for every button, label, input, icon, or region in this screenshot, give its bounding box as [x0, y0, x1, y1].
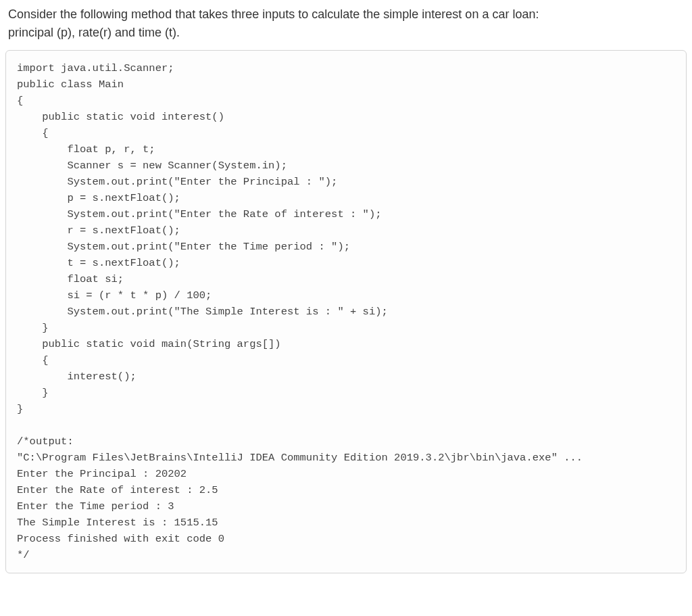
code-line: System.out.print("Enter the Principal : …	[17, 176, 337, 188]
code-line: }	[17, 403, 23, 415]
code-line: import java.util.Scanner;	[17, 62, 174, 74]
question-line-2: principal (p), rate(r) and time (t).	[8, 26, 180, 39]
code-line: p = s.nextFloat();	[17, 192, 180, 204]
code-line: float si;	[17, 273, 124, 285]
code-line: The Simple Interest is : 1515.15	[17, 517, 218, 529]
code-line: System.out.print("The Simple Interest is…	[17, 306, 388, 318]
code-line: "C:\Program Files\JetBrains\IntelliJ IDE…	[17, 452, 583, 464]
code-line: System.out.print("Enter the Time period …	[17, 241, 350, 253]
question-line-1: Consider the following method that takes…	[8, 7, 539, 21]
code-line: Enter the Rate of interest : 2.5	[17, 484, 218, 496]
code-line: {	[17, 95, 23, 107]
code-line: interest();	[17, 371, 137, 383]
code-line: }	[17, 387, 49, 399]
code-line: public static void main(String args[])	[17, 338, 281, 350]
code-line: }	[17, 322, 49, 334]
code-line: public class Main	[17, 78, 124, 91]
code-line: {	[17, 354, 49, 366]
code-line: Scanner s = new Scanner(System.in);	[17, 160, 287, 172]
code-line: r = s.nextFloat();	[17, 224, 180, 237]
code-line: */	[17, 549, 30, 561]
code-line: si = (r * t * p) / 100;	[17, 289, 212, 302]
code-line: t = s.nextFloat();	[17, 257, 180, 269]
code-line: /*output:	[17, 435, 74, 448]
question-prompt: Consider the following method that takes…	[0, 0, 692, 50]
code-block: import java.util.Scanner; public class M…	[5, 50, 687, 573]
code-line: System.out.print("Enter the Rate of inte…	[17, 208, 382, 220]
code-line: {	[17, 127, 49, 139]
code-line: float p, r, t;	[17, 143, 155, 156]
code-line: Process finished with exit code 0	[17, 533, 224, 545]
code-line: Enter the Principal : 20202	[17, 468, 187, 480]
code-line: public static void interest()	[17, 111, 224, 123]
code-line: Enter the Time period : 3	[17, 500, 174, 513]
